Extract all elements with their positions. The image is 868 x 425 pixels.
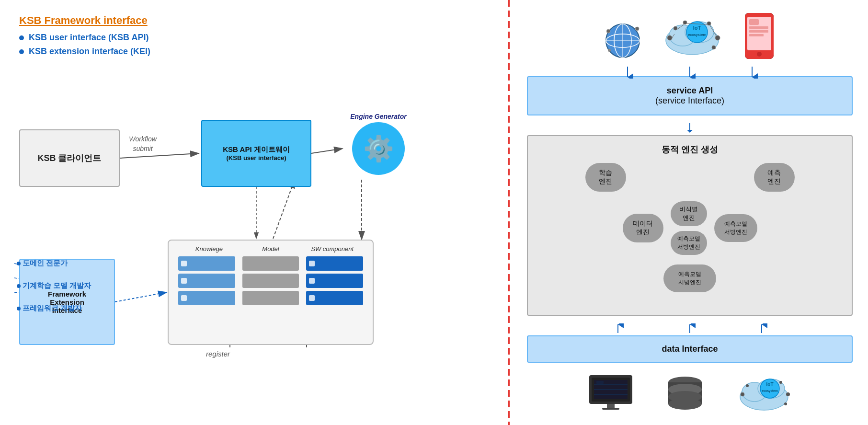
knowledge-disk-3 bbox=[178, 291, 235, 305]
svg-point-80 bbox=[786, 392, 790, 396]
domain-dot-3 bbox=[17, 307, 21, 310]
anon-engine-oval: 비식별엔진 bbox=[671, 201, 707, 226]
svg-marker-52 bbox=[687, 130, 693, 133]
globe-icon bbox=[604, 22, 642, 60]
gear-icon: ⚙️ bbox=[352, 122, 405, 175]
svg-point-29 bbox=[667, 35, 672, 40]
svg-point-32 bbox=[707, 22, 711, 25]
model-label: Model bbox=[240, 245, 302, 253]
phone-icon bbox=[742, 12, 776, 60]
top-arrow-svg bbox=[546, 67, 834, 79]
phone-icon-container bbox=[742, 12, 776, 62]
predict-model-center-oval: 예측모델서빙엔진 bbox=[663, 264, 716, 292]
svg-point-77 bbox=[741, 392, 744, 396]
svg-point-70 bbox=[668, 391, 702, 402]
data-engine-oval: 데이터엔진 bbox=[623, 214, 663, 242]
iot-ecosystem-svg: IoT ecosystem bbox=[661, 14, 723, 62]
diagram-area: KSB 클라이언트 Workflow submit KSB API 게이트웨이 … bbox=[19, 96, 489, 407]
svg-point-31 bbox=[683, 21, 687, 24]
monitor-icon bbox=[587, 373, 635, 411]
iot-cloud-bottom: IoT ecosystem bbox=[735, 373, 793, 416]
left-panel: KSB Framework interface KSB user interfa… bbox=[0, 0, 508, 425]
repo-stacks bbox=[178, 256, 363, 305]
bullet-item-2: KSB extension interface (KEI) bbox=[19, 46, 489, 57]
predict-model-engine-oval: 예측모델서빙엔진 bbox=[714, 214, 757, 242]
predict-engine-oval: 예측엔진 bbox=[754, 163, 795, 192]
knowledge-disk-2 bbox=[178, 274, 235, 288]
svg-rect-44 bbox=[749, 30, 768, 33]
bullet-dot-2 bbox=[19, 49, 24, 54]
svg-point-79 bbox=[779, 381, 782, 384]
repo-container: Knowlege Model SW component bbox=[168, 240, 374, 345]
predict-model-engine-oval-2: 예측모델서빙엔진 bbox=[671, 231, 707, 255]
database-icon bbox=[663, 373, 707, 416]
service-down-arrow bbox=[527, 123, 853, 133]
sw-disk-3 bbox=[306, 291, 363, 305]
right-panel: IoT ecosystem bbox=[517, 0, 862, 425]
svg-point-22 bbox=[608, 49, 611, 52]
top-arrows bbox=[527, 67, 853, 76]
domain-labels-container: 도메인 전문가 기계학습 모델 개발자 프레임워크 개발자 bbox=[17, 259, 91, 326]
engine-generator-label: Engine Generator bbox=[350, 113, 406, 120]
ml-developer-label: 기계학습 모델 개발자 bbox=[17, 281, 91, 290]
svg-point-78 bbox=[746, 384, 749, 387]
ksb-client-box: KSB 클라이언트 bbox=[19, 129, 120, 187]
sw-disk-1 bbox=[306, 256, 363, 271]
dynamic-engine-box: 동적 엔진 생성 학습엔진 예측엔진 데이터엔진 비식별엔진 예측모델서빙엔진 … bbox=[527, 135, 853, 316]
main-container: KSB Framework interface KSB user interfa… bbox=[0, 0, 868, 425]
svg-rect-45 bbox=[749, 34, 764, 36]
ksb-api-gateway-box: KSB API 게이트웨이 (KSB user interface) bbox=[201, 120, 311, 187]
svg-point-34 bbox=[712, 46, 716, 49]
header-section: KSB Framework interface KSB user interfa… bbox=[19, 14, 489, 57]
top-icons-row: IoT ecosystem bbox=[527, 12, 853, 62]
engine-generator: Engine Generator ⚙️ bbox=[345, 110, 412, 177]
service-api-box: service API (service Interface) bbox=[527, 76, 853, 115]
framework-title: KSB Framework interface bbox=[19, 14, 489, 27]
svg-point-33 bbox=[715, 35, 720, 40]
svg-line-8 bbox=[273, 180, 295, 239]
iot-ecosystem-bottom-svg: IoT ecosystem bbox=[735, 373, 793, 416]
data-interface-box: data Interface bbox=[527, 335, 853, 363]
monitor-icon-container bbox=[587, 373, 635, 413]
svg-point-20 bbox=[606, 29, 610, 33]
sw-disk-2 bbox=[306, 274, 363, 288]
domain-expert-label: 도메인 전문가 bbox=[17, 259, 91, 268]
svg-rect-42 bbox=[749, 19, 759, 25]
database-icon-container bbox=[663, 373, 707, 418]
svg-text:IoT: IoT bbox=[693, 25, 701, 31]
workflow-submit-label: Workflow submit bbox=[124, 134, 162, 153]
engine-row-1: 학습엔진 예측엔진 bbox=[540, 163, 839, 192]
globe-icon-container bbox=[604, 22, 642, 62]
bullet-item-1: KSB user interface (KSB API) bbox=[19, 33, 489, 43]
model-disk-3 bbox=[242, 291, 299, 305]
domain-dot-1 bbox=[17, 262, 21, 265]
svg-text:IoT: IoT bbox=[766, 382, 774, 387]
svg-rect-43 bbox=[749, 26, 768, 29]
engine-row-3: 예측모델서빙엔진 bbox=[540, 264, 839, 292]
sw-stack bbox=[306, 256, 363, 305]
model-stack bbox=[242, 256, 299, 305]
model-disk-2 bbox=[242, 274, 299, 288]
framework-developer-label: 프레임워크 개발자 bbox=[17, 304, 91, 313]
svg-point-30 bbox=[674, 26, 677, 30]
svg-point-21 bbox=[635, 27, 639, 31]
repo-labels: Knowlege Model SW component bbox=[178, 245, 363, 253]
domain-dot-2 bbox=[17, 284, 21, 288]
svg-line-7 bbox=[115, 292, 167, 302]
model-disk-1 bbox=[242, 256, 299, 271]
knowledge-stack bbox=[178, 256, 235, 305]
data-up-arrows bbox=[527, 323, 853, 333]
engine-col-right: 비식별엔진 예측모델서빙엔진 bbox=[671, 201, 707, 255]
knowledge-disk-1 bbox=[178, 256, 235, 271]
svg-rect-63 bbox=[596, 381, 604, 384]
dynamic-engine-title: 동적 엔진 생성 bbox=[536, 144, 844, 155]
svg-point-81 bbox=[784, 402, 787, 405]
engine-row-2: 데이터엔진 비식별엔진 예측모델서빙엔진 예측모델서빙엔진 bbox=[540, 201, 839, 255]
knowledge-label: Knowlege bbox=[178, 245, 240, 253]
learning-engine-oval: 학습엔진 bbox=[585, 163, 626, 192]
svg-line-4 bbox=[120, 153, 199, 158]
bottom-icons-row: IoT ecosystem bbox=[527, 373, 853, 418]
svg-text:ecosystem: ecosystem bbox=[688, 33, 707, 37]
svg-text:ecosystem: ecosystem bbox=[762, 389, 778, 393]
register-label: register bbox=[206, 350, 230, 358]
